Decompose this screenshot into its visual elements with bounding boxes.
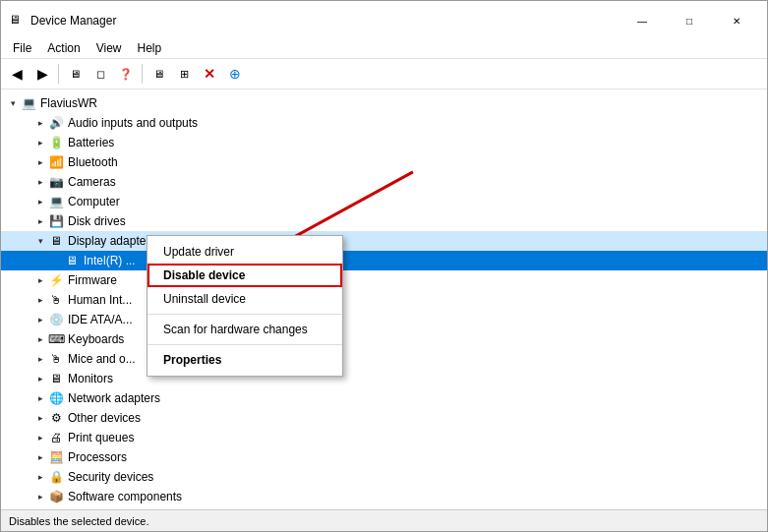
toolbar-btn-7[interactable]: ⊕ (223, 62, 247, 86)
tree-item-batteries[interactable]: ▸🔋Batteries (1, 133, 767, 152)
tree-item-display[interactable]: ▾🖥Display adapters (1, 231, 767, 251)
expand-icon-processors[interactable]: ▸ (32, 449, 48, 465)
status-text: Disables the selected device. (9, 515, 148, 527)
tree-item-softwarecomp[interactable]: ▸📦Software components (1, 487, 767, 506)
item-icon-audio: 🔊 (48, 115, 64, 131)
expand-icon-batteries[interactable]: ▸ (32, 135, 48, 150)
expand-icon-print[interactable]: ▸ (32, 430, 48, 445)
expand-icon-disk[interactable]: ▸ (32, 213, 48, 229)
item-icon-security: 🔒 (48, 469, 64, 485)
minimize-button[interactable]: — (620, 7, 665, 34)
item-icon-firmware: ⚡ (48, 272, 64, 288)
maximize-button[interactable]: □ (667, 7, 712, 34)
expand-icon-keyboards[interactable]: ▸ (32, 331, 48, 347)
item-icon-computer: 💻 (48, 194, 64, 209)
tree-item-bluetooth[interactable]: ▸📶Bluetooth (1, 152, 767, 172)
expand-icon-other[interactable]: ▸ (32, 410, 48, 426)
item-label-disk: Disk drives (68, 214, 126, 228)
tree-item-audio[interactable]: ▸🔊Audio inputs and outputs (1, 113, 767, 133)
toolbar-btn-6[interactable]: ✕ (198, 62, 221, 86)
toolbar-btn-2[interactable]: ◻ (89, 62, 112, 86)
expand-icon-network[interactable]: ▸ (32, 390, 48, 406)
expand-icon-softwarecomp[interactable]: ▸ (32, 489, 48, 504)
expand-icon-softwaredev[interactable]: ▸ (32, 508, 48, 509)
expand-icon-ide[interactable]: ▸ (32, 312, 48, 327)
tree-item-keyboards[interactable]: ▸⌨Keyboards (1, 329, 767, 349)
ctx-disable-device[interactable]: Disable device (148, 264, 342, 287)
tree-item-intel[interactable]: 🖥Intel(R) ... (1, 251, 767, 270)
tree-item-security[interactable]: ▸🔒Security devices (1, 467, 767, 487)
tree-item-computer[interactable]: ▸💻Computer (1, 192, 767, 211)
context-menu: Update driver Disable device Uninstall d… (147, 235, 343, 377)
expand-icon-computer[interactable]: ▸ (32, 194, 48, 209)
item-label-processors: Processors (68, 450, 127, 464)
tree-item-network[interactable]: ▸🌐Network adapters (1, 388, 767, 408)
expand-icon-intel[interactable] (48, 253, 64, 268)
ctx-uninstall-device[interactable]: Uninstall device (148, 287, 342, 311)
ctx-separator (148, 314, 342, 315)
tree-item-ide[interactable]: ▸💿IDE ATA/A... (1, 310, 767, 329)
tree-item-processors[interactable]: ▸🧮Processors (1, 447, 767, 467)
title-bar-left: 🖥 Device Manager (9, 13, 116, 29)
ctx-scan-hardware[interactable]: Scan for hardware changes (148, 318, 342, 341)
expand-icon-mice[interactable]: ▸ (32, 351, 48, 367)
item-label-softwarecomp: Software components (68, 490, 182, 503)
item-label-batteries: Batteries (68, 136, 114, 149)
item-icon-humanint: 🖱 (48, 292, 64, 308)
forward-button[interactable]: ▶ (30, 62, 54, 86)
tree-item-print[interactable]: ▸🖨Print queues (1, 428, 767, 447)
toolbar-btn-3[interactable]: ❓ (114, 62, 138, 86)
tree-item-monitors[interactable]: ▸🖥Monitors (1, 369, 767, 388)
root-expand-icon[interactable]: ▾ (5, 95, 21, 111)
toolbar-btn-5[interactable]: ⊞ (172, 62, 196, 86)
main-content: ▾ 💻 FlaviusWR ▸🔊Audio inputs and outputs… (1, 89, 767, 509)
close-button[interactable]: ✕ (714, 7, 759, 34)
expand-icon-bluetooth[interactable]: ▸ (32, 154, 48, 170)
tree-item-other[interactable]: ▸⚙Other devices (1, 408, 767, 428)
tree-item-softwaredev[interactable]: ▸💾Software devices (1, 506, 767, 509)
item-icon-other: ⚙ (48, 410, 64, 426)
app-icon: 🖥 (9, 13, 25, 29)
menu-bar: File Action View Help (1, 38, 767, 59)
item-label-audio: Audio inputs and outputs (68, 116, 198, 130)
toolbar-btn-1[interactable]: 🖥 (63, 62, 87, 86)
expand-icon-humanint[interactable]: ▸ (32, 292, 48, 308)
ctx-update-driver[interactable]: Update driver (148, 240, 342, 264)
back-button[interactable]: ◀ (5, 62, 29, 86)
tree-root[interactable]: ▾ 💻 FlaviusWR (1, 93, 767, 113)
item-icon-display: 🖥 (48, 233, 64, 249)
expand-icon-display[interactable]: ▾ (32, 233, 48, 249)
item-icon-softwarecomp: 📦 (48, 489, 64, 504)
expand-icon-audio[interactable]: ▸ (32, 115, 48, 131)
item-label-display: Display adapters (68, 234, 155, 248)
tree-item-disk[interactable]: ▸💾Disk drives (1, 211, 767, 231)
status-bar: Disables the selected device. (1, 509, 767, 531)
item-label-intel: Intel(R) ... (84, 254, 136, 267)
toolbar: ◀ ▶ 🖥 ◻ ❓ 🖥 ⊞ ✕ ⊕ (1, 59, 767, 89)
expand-icon-monitors[interactable]: ▸ (32, 371, 48, 386)
expand-icon-firmware[interactable]: ▸ (32, 272, 48, 288)
tree-item-cameras[interactable]: ▸📷Cameras (1, 172, 767, 192)
item-icon-print: 🖨 (48, 430, 64, 445)
item-label-bluetooth: Bluetooth (68, 155, 118, 169)
item-label-security: Security devices (68, 470, 153, 484)
tree-item-firmware[interactable]: ▸⚡Firmware (1, 270, 767, 290)
menu-view[interactable]: View (89, 38, 130, 58)
menu-help[interactable]: Help (130, 38, 170, 58)
item-icon-keyboards: ⌨ (48, 331, 64, 347)
item-label-computer: Computer (68, 195, 120, 208)
toolbar-btn-4[interactable]: 🖥 (147, 62, 170, 86)
item-icon-mice: 🖱 (48, 351, 64, 367)
tree-item-mice[interactable]: ▸🖱Mice and o... (1, 349, 767, 369)
ctx-separator-2 (148, 344, 342, 345)
expand-icon-security[interactable]: ▸ (32, 469, 48, 485)
item-icon-cameras: 📷 (48, 174, 64, 190)
item-icon-ide: 💿 (48, 312, 64, 327)
ctx-properties[interactable]: Properties (148, 348, 342, 372)
menu-file[interactable]: File (5, 38, 39, 58)
expand-icon-cameras[interactable]: ▸ (32, 174, 48, 190)
tree-view[interactable]: ▾ 💻 FlaviusWR ▸🔊Audio inputs and outputs… (1, 89, 767, 509)
tree-item-humanint[interactable]: ▸🖱Human Int... (1, 290, 767, 310)
menu-action[interactable]: Action (39, 38, 88, 58)
item-label-keyboards: Keyboards (68, 332, 124, 346)
